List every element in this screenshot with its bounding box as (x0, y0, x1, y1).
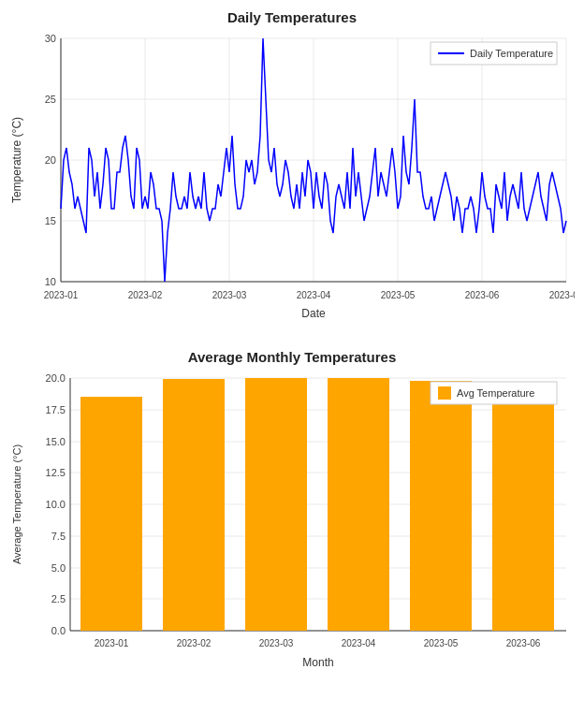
svg-text:Month: Month (302, 656, 333, 669)
svg-text:2023-05: 2023-05 (381, 290, 416, 300)
line-chart-title: Daily Temperatures (9, 9, 575, 25)
svg-text:10.0: 10.0 (46, 499, 66, 510)
bar-2023-05 (410, 381, 472, 631)
svg-text:2023-06: 2023-06 (506, 638, 541, 648)
svg-text:2023-04: 2023-04 (297, 290, 331, 300)
svg-text:20.0: 20.0 (46, 372, 66, 384)
line-chart-svg: 30 25 20 15 10 2023-01 2023-02 2023-03 2… (9, 29, 575, 338)
svg-text:2023-06: 2023-06 (465, 290, 500, 300)
svg-text:Average Temperature (°C): Average Temperature (°C) (11, 444, 22, 564)
bar-chart-svg: 0.0 2.5 5.0 7.5 10.0 12.5 15.0 17.5 20.0 (9, 369, 575, 687)
svg-text:7.5: 7.5 (51, 531, 66, 542)
bar-2023-02 (163, 379, 225, 631)
svg-text:2023-04: 2023-04 (342, 638, 376, 648)
svg-text:15.0: 15.0 (46, 436, 66, 447)
svg-text:2023-07: 2023-07 (549, 290, 575, 300)
bar-chart-area: 0.0 2.5 5.0 7.5 10.0 12.5 15.0 17.5 20.0 (9, 369, 575, 691)
line-chart-area: 30 25 20 15 10 2023-01 2023-02 2023-03 2… (9, 29, 575, 342)
svg-text:5.0: 5.0 (51, 562, 66, 574)
line-chart-box: Daily Temperatures (9, 9, 575, 342)
svg-text:15: 15 (45, 215, 56, 226)
svg-text:Date: Date (301, 307, 326, 320)
svg-text:0.0: 0.0 (51, 625, 66, 636)
svg-text:2023-01: 2023-01 (44, 290, 79, 300)
bar-2023-03 (245, 378, 307, 631)
bar-2023-01 (80, 397, 142, 631)
svg-text:2023-01: 2023-01 (95, 638, 129, 648)
svg-text:Daily Temperature: Daily Temperature (470, 48, 553, 59)
svg-text:20: 20 (45, 154, 56, 166)
bar-2023-06 (492, 397, 554, 631)
svg-text:Avg Temperature: Avg Temperature (457, 387, 534, 399)
svg-text:2023-02: 2023-02 (128, 290, 163, 300)
svg-text:10: 10 (45, 276, 56, 287)
svg-text:12.5: 12.5 (46, 467, 66, 478)
svg-text:2023-03: 2023-03 (259, 638, 294, 648)
svg-text:30: 30 (45, 33, 56, 44)
svg-text:2023-02: 2023-02 (177, 638, 212, 648)
svg-rect-60 (438, 386, 451, 400)
charts-wrapper: Daily Temperatures (0, 0, 584, 691)
bar-2023-04 (328, 378, 389, 631)
svg-text:Temperature (°C): Temperature (°C) (10, 117, 23, 203)
svg-text:17.5: 17.5 (46, 404, 66, 415)
svg-text:25: 25 (45, 94, 56, 105)
svg-text:2023-03: 2023-03 (212, 290, 247, 300)
bar-chart-box: Average Monthly Temperatures (9, 349, 575, 691)
svg-text:2.5: 2.5 (51, 593, 66, 604)
svg-text:2023-05: 2023-05 (424, 638, 459, 648)
bar-chart-title: Average Monthly Temperatures (9, 349, 575, 365)
